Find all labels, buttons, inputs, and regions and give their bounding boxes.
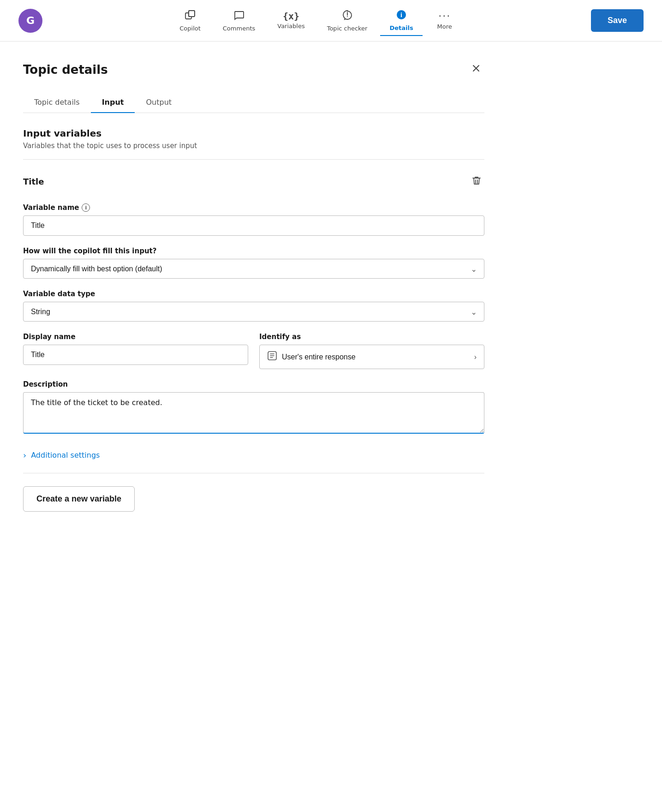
identify-as-label: Identify as: [259, 333, 484, 341]
avatar: G: [18, 9, 42, 33]
fill-input-select[interactable]: Dynamically fill with best option (defau…: [23, 259, 484, 279]
nav-label-copilot: Copilot: [179, 25, 201, 32]
nav-item-topic-checker[interactable]: Topic checker: [318, 6, 377, 36]
page-title: Topic details: [23, 63, 108, 77]
additional-settings-label: Additional settings: [31, 451, 100, 460]
identify-as-button[interactable]: User's entire response ›: [259, 345, 484, 369]
data-type-group: Variable data type String ⌄: [23, 290, 484, 322]
variable-card-title: Title: [23, 177, 44, 186]
nav-item-comments[interactable]: Comments: [214, 6, 264, 36]
nav-label-comments: Comments: [223, 25, 255, 32]
main-panel: Topic details Topic details Input Output…: [0, 42, 507, 530]
tab-output[interactable]: Output: [135, 92, 183, 113]
variable-card-header: Title: [23, 173, 484, 191]
description-label: Description: [23, 380, 484, 388]
section-heading: Input variables: [23, 128, 484, 139]
svg-rect-1: [189, 11, 195, 17]
display-name-group: Display name: [23, 333, 248, 365]
variable-card: Title Variable name i How will the copil…: [23, 173, 484, 464]
identify-as-arrow-icon: ›: [474, 353, 477, 361]
svg-point-3: [347, 16, 348, 17]
data-type-label: Variable data type: [23, 290, 484, 298]
input-variables-section: Input variables Variables that the topic…: [23, 128, 484, 160]
svg-text:i: i: [400, 12, 402, 18]
close-button[interactable]: [468, 60, 484, 79]
nav-label-variables: Variables: [277, 23, 304, 30]
display-name-input[interactable]: [23, 345, 248, 365]
comments-icon: [233, 9, 245, 23]
section-divider: [23, 159, 484, 160]
fill-input-group: How will the copilot fill this input? Dy…: [23, 247, 484, 279]
bottom-divider: [23, 473, 484, 473]
details-icon: i: [395, 9, 407, 23]
more-icon: ···: [438, 11, 451, 21]
create-variable-button[interactable]: Create a new variable: [23, 486, 135, 512]
data-type-select-wrapper: String ⌄: [23, 302, 484, 322]
identify-as-group: Identify as User's entire response ›: [259, 333, 484, 369]
variable-name-label: Variable name i: [23, 203, 484, 212]
identify-as-icon: [267, 351, 277, 363]
display-identify-row: Display name Identify as User's entire r…: [23, 333, 484, 369]
tab-input[interactable]: Input: [91, 92, 135, 113]
chevron-right-icon: ›: [23, 450, 26, 460]
copilot-icon: [184, 9, 196, 23]
description-group: Description The title of the ticket to b…: [23, 380, 484, 436]
variable-name-input[interactable]: [23, 215, 484, 236]
data-type-select[interactable]: String: [23, 302, 484, 322]
identify-as-value: User's entire response: [282, 353, 470, 361]
fill-input-label: How will the copilot fill this input?: [23, 247, 484, 255]
nav-label-details: Details: [389, 24, 413, 31]
delete-variable-button[interactable]: [469, 173, 484, 191]
tabs: Topic details Input Output: [23, 92, 484, 113]
nav-item-variables[interactable]: {x} Variables: [268, 8, 314, 33]
save-button[interactable]: Save: [591, 9, 644, 32]
nav-item-more[interactable]: ··· More: [426, 7, 463, 34]
info-icon: i: [82, 203, 90, 212]
nav-label-more: More: [437, 23, 452, 30]
nav-item-copilot[interactable]: Copilot: [170, 6, 210, 36]
nav-item-details[interactable]: i Details: [380, 5, 422, 36]
variable-name-group: Variable name i: [23, 203, 484, 236]
tab-topic-details[interactable]: Topic details: [23, 92, 91, 113]
nav-items: Copilot Comments {x} Variables Topi: [52, 5, 582, 36]
topic-checker-icon: [341, 9, 353, 23]
nav-label-topic-checker: Topic checker: [327, 25, 368, 32]
display-name-label: Display name: [23, 333, 248, 341]
fill-input-select-wrapper: Dynamically fill with best option (defau…: [23, 259, 484, 279]
description-input[interactable]: The title of the ticket to be created.: [23, 392, 484, 434]
topbar: G Copilot Comments {x} Vari: [0, 0, 662, 42]
additional-settings-toggle[interactable]: › Additional settings: [23, 447, 484, 464]
panel-header: Topic details: [23, 60, 484, 79]
variables-icon: {x}: [283, 12, 299, 21]
section-description: Variables that the topic uses to process…: [23, 142, 484, 150]
